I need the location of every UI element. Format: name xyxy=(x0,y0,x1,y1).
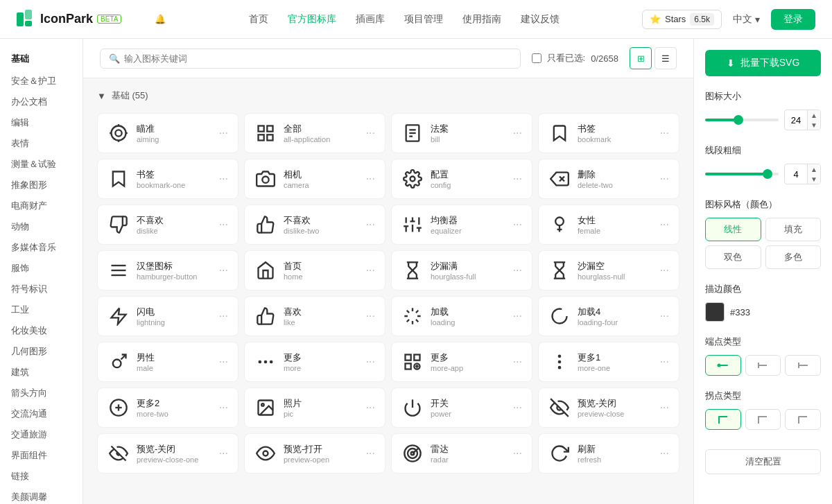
icon-card-female[interactable]: 女性 female ··· xyxy=(538,205,679,245)
icon-card-preview-close[interactable]: 预览-关闭 preview-close ··· xyxy=(538,388,679,428)
sidebar-item-geometry[interactable]: 几何图形 xyxy=(0,341,83,362)
sidebar-item-edit[interactable]: 编辑 xyxy=(0,112,83,133)
stroke-down-arrow[interactable]: ▼ xyxy=(808,174,820,184)
icon-more-button[interactable]: ··· xyxy=(219,447,228,460)
style-dual[interactable]: 双色 xyxy=(705,245,761,269)
icon-card-power[interactable]: 开关 power ··· xyxy=(391,388,532,428)
icon-more-button[interactable]: ··· xyxy=(219,310,228,322)
nav-iconlib[interactable]: 官方图标库 xyxy=(288,13,336,26)
icon-card-refresh[interactable]: 刷新 refresh ··· xyxy=(538,433,679,473)
style-linear[interactable]: 线性 xyxy=(705,218,761,241)
stroke-up-arrow[interactable]: ▲ xyxy=(808,164,820,174)
icon-more-button[interactable]: ··· xyxy=(219,127,228,139)
sidebar-item-beauty2[interactable]: 美颜调馨 xyxy=(0,487,83,504)
sidebar-item-measure[interactable]: 测量＆试验 xyxy=(0,154,83,175)
sidebar-item-animal[interactable]: 动物 xyxy=(0,216,83,237)
download-svg-button[interactable]: ⬇ 批量下载SVG xyxy=(705,50,821,76)
icon-more-button[interactable]: ··· xyxy=(660,310,669,322)
joint-round[interactable] xyxy=(705,409,741,430)
icon-more-button[interactable]: ··· xyxy=(513,447,522,460)
icon-more-button[interactable]: ··· xyxy=(513,310,522,322)
icon-more-button[interactable]: ··· xyxy=(366,173,375,185)
icon-card-bookmark-one[interactable]: 书签 bookmark-one ··· xyxy=(97,159,239,199)
icon-card-hourglass-full[interactable]: 沙漏满 hourglass-full ··· xyxy=(391,250,532,290)
icon-more-button[interactable]: ··· xyxy=(366,218,375,231)
icon-more-button[interactable]: ··· xyxy=(219,264,228,277)
sidebar-item-abstract[interactable]: 推象图形 xyxy=(0,175,83,195)
nav-guide[interactable]: 使用指南 xyxy=(462,13,501,26)
endpoint-square[interactable] xyxy=(785,355,821,376)
sidebar-item-industry[interactable]: 工业 xyxy=(0,299,83,320)
sidebar-item-office[interactable]: 办公文档 xyxy=(0,92,83,112)
stroke-number-input[interactable]: 4 xyxy=(785,168,807,181)
icon-more-button[interactable]: ··· xyxy=(513,264,522,277)
sidebar-item-ui[interactable]: 界面组件 xyxy=(0,445,83,466)
sidebar-item-beauty[interactable]: 化妆美妆 xyxy=(0,320,83,341)
icon-card-bookmark[interactable]: 书签 bookmark ··· xyxy=(538,113,679,153)
logo[interactable]: IconPark BETA xyxy=(17,10,121,29)
sidebar-item-ecommerce[interactable]: 电商财产 xyxy=(0,195,83,216)
style-fill[interactable]: 填充 xyxy=(765,218,822,241)
icon-card-more-two[interactable]: 更多2 more-two ··· xyxy=(97,388,239,428)
login-button[interactable]: 登录 xyxy=(771,9,815,30)
icon-card-pic[interactable]: 照片 pic ··· xyxy=(244,388,385,428)
icon-more-button[interactable]: ··· xyxy=(660,127,669,139)
size-slider-track[interactable] xyxy=(705,119,779,121)
search-input[interactable] xyxy=(124,53,512,64)
endpoint-round[interactable] xyxy=(705,355,741,376)
icon-more-button[interactable]: ··· xyxy=(513,173,522,185)
sidebar-item-emoji[interactable]: 表情 xyxy=(0,133,83,154)
icon-more-button[interactable]: ··· xyxy=(366,401,375,414)
color-swatch[interactable] xyxy=(705,302,725,322)
icon-card-dislike-two[interactable]: 不喜欢 dislike-two ··· xyxy=(244,205,385,245)
icon-card-preview-close-one[interactable]: 预览-关闭 preview-close-one ··· xyxy=(97,433,239,473)
notification-icon[interactable]: 🔔 xyxy=(155,14,166,24)
icon-more-button[interactable]: ··· xyxy=(219,401,228,414)
sidebar-item-architecture[interactable]: 建筑 xyxy=(0,362,83,383)
clear-config-button[interactable]: 清空配置 xyxy=(705,449,821,474)
nav-feedback[interactable]: 建议反馈 xyxy=(521,13,560,26)
icon-card-all-application[interactable]: 全部 all-application ··· xyxy=(244,113,385,153)
icon-more-button[interactable]: ··· xyxy=(366,127,375,139)
icon-card-hourglass-null[interactable]: 沙漏空 hourglass-null ··· xyxy=(538,250,679,290)
size-number-input[interactable]: 24 xyxy=(785,114,807,127)
icon-more-button[interactable]: ··· xyxy=(366,356,375,368)
grid-view-button[interactable]: ⊞ xyxy=(630,47,652,69)
style-multi[interactable]: 多色 xyxy=(765,245,822,269)
icon-more-button[interactable]: ··· xyxy=(660,173,669,185)
joint-bevel[interactable] xyxy=(785,409,821,430)
icon-card-more[interactable]: 更多 more ··· xyxy=(244,342,385,382)
icon-card-home[interactable]: 首页 home ··· xyxy=(244,250,385,290)
icon-more-button[interactable]: ··· xyxy=(366,310,375,322)
icon-card-preview-open[interactable]: 预览-打开 preview-open ··· xyxy=(244,433,385,473)
icon-card-bill[interactable]: 法案 bill ··· xyxy=(391,113,532,153)
icon-card-delete-two[interactable]: 删除 delete-two ··· xyxy=(538,159,679,199)
icon-more-button[interactable]: ··· xyxy=(513,401,522,414)
stars-button[interactable]: ⭐ Stars 6.5k xyxy=(642,10,722,29)
icon-more-button[interactable]: ··· xyxy=(660,264,669,277)
joint-miter[interactable] xyxy=(745,409,781,430)
icon-more-button[interactable]: ··· xyxy=(660,218,669,231)
sidebar-item-communication[interactable]: 交流沟通 xyxy=(0,403,83,424)
size-up-arrow[interactable]: ▲ xyxy=(808,110,820,120)
icon-more-button[interactable]: ··· xyxy=(219,218,228,231)
icon-more-button[interactable]: ··· xyxy=(660,401,669,414)
icon-more-button[interactable]: ··· xyxy=(366,447,375,460)
sidebar-item-symbol[interactable]: 符号标识 xyxy=(0,279,83,299)
sidebar-item-travel[interactable]: 交通旅游 xyxy=(0,424,83,445)
icon-more-button[interactable]: ··· xyxy=(513,127,522,139)
icon-card-equalizer[interactable]: 均衡器 equalizer ··· xyxy=(391,205,532,245)
icon-card-lightning[interactable]: 闪电 lightning ··· xyxy=(97,296,239,336)
nav-illustration[interactable]: 插画库 xyxy=(356,13,385,26)
list-view-button[interactable]: ☰ xyxy=(655,47,677,69)
icon-card-loading-four[interactable]: 加载4 loading-four ··· xyxy=(538,296,679,336)
search-input-wrap[interactable]: 🔍 xyxy=(100,49,521,69)
collapse-arrow[interactable]: ▼ xyxy=(97,91,106,101)
filter-checkbox[interactable] xyxy=(532,53,541,63)
nav-home[interactable]: 首页 xyxy=(249,13,268,26)
icon-more-button[interactable]: ··· xyxy=(660,356,669,368)
lang-selector[interactable]: 中文 ▾ xyxy=(733,13,760,26)
sidebar-item-fashion[interactable]: 服饰 xyxy=(0,258,83,279)
nav-project[interactable]: 项目管理 xyxy=(404,13,443,26)
icon-card-loading[interactable]: 加载 loading ··· xyxy=(391,296,532,336)
